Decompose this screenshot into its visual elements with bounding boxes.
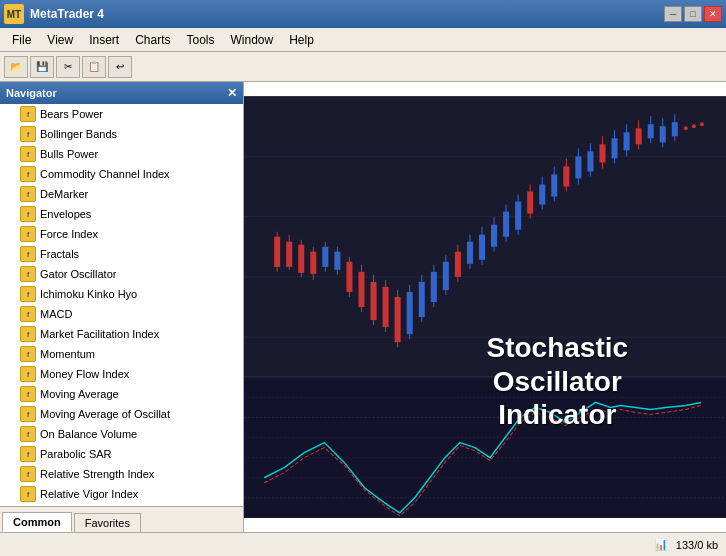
nav-item-label-3: Commodity Channel Index [40,168,170,180]
maximize-button[interactable]: □ [684,6,702,22]
app-title: MetaTrader 4 [30,7,104,21]
nav-item-8[interactable]: fGator Oscillator [0,264,243,284]
nav-item-icon-14: f [20,386,36,402]
nav-item-label-19: Relative Vigor Index [40,488,138,500]
menu-item-help[interactable]: Help [281,31,322,49]
nav-item-icon-17: f [20,446,36,462]
nav-item-13[interactable]: fMoney Flow Index [0,364,243,384]
nav-item-icon-0: f [20,106,36,122]
nav-item-4[interactable]: fDeMarker [0,184,243,204]
nav-item-14[interactable]: fMoving Average [0,384,243,404]
status-chart-icon: 📊 [654,538,668,551]
toolbar-btn-3[interactable]: ✂ [56,56,80,78]
chart-icon: 📊 [654,538,668,551]
nav-item-icon-8: f [20,266,36,282]
title-bar: MT MetaTrader 4 ─ □ ✕ [0,0,726,28]
nav-item-5[interactable]: fEnvelopes [0,204,243,224]
navigator-list[interactable]: fBears PowerfBollinger BandsfBulls Power… [0,104,243,506]
nav-item-icon-12: f [20,346,36,362]
chart-svg [244,82,726,532]
nav-item-icon-10: f [20,306,36,322]
nav-item-icon-3: f [20,166,36,182]
nav-item-10[interactable]: fMACD [0,304,243,324]
nav-item-label-0: Bears Power [40,108,103,120]
menu-item-window[interactable]: Window [223,31,282,49]
menu-item-view[interactable]: View [39,31,81,49]
close-button[interactable]: ✕ [704,6,722,22]
menu-item-charts[interactable]: Charts [127,31,178,49]
main-content: Navigator ✕ fBears PowerfBollinger Bands… [0,82,726,532]
nav-item-2[interactable]: fBulls Power [0,144,243,164]
minimize-button[interactable]: ─ [664,6,682,22]
nav-item-label-11: Market Facilitation Index [40,328,159,340]
nav-item-icon-9: f [20,286,36,302]
nav-item-label-17: Parabolic SAR [40,448,112,460]
toolbar-btn-2[interactable]: 💾 [30,56,54,78]
nav-item-0[interactable]: fBears Power [0,104,243,124]
app-icon: MT [4,4,24,24]
nav-item-17[interactable]: fParabolic SAR [0,444,243,464]
nav-item-icon-16: f [20,426,36,442]
toolbar: 📂 💾 ✂ 📋 ↩ [0,52,726,82]
menu-item-file[interactable]: File [4,31,39,49]
navigator-panel: Navigator ✕ fBears PowerfBollinger Bands… [0,82,244,532]
nav-item-icon-5: f [20,206,36,222]
nav-item-19[interactable]: fRelative Vigor Index [0,484,243,504]
nav-item-label-7: Fractals [40,248,79,260]
nav-item-11[interactable]: fMarket Facilitation Index [0,324,243,344]
nav-item-label-5: Envelopes [40,208,91,220]
navigator-close-button[interactable]: ✕ [227,86,237,100]
toolbar-btn-4[interactable]: 📋 [82,56,106,78]
nav-item-icon-7: f [20,246,36,262]
nav-item-6[interactable]: fForce Index [0,224,243,244]
nav-item-7[interactable]: fFractals [0,244,243,264]
nav-item-icon-4: f [20,186,36,202]
nav-item-icon-19: f [20,486,36,502]
nav-item-label-15: Moving Average of Oscillat [40,408,170,420]
nav-item-icon-18: f [20,466,36,482]
nav-item-label-14: Moving Average [40,388,119,400]
nav-item-label-2: Bulls Power [40,148,98,160]
menu-bar: FileViewInsertChartsToolsWindowHelp [0,28,726,52]
nav-item-label-6: Force Index [40,228,98,240]
nav-item-label-4: DeMarker [40,188,88,200]
status-bar: 📊 133/0 kb [0,532,726,556]
status-size: 133/0 kb [676,539,718,551]
window-controls: ─ □ ✕ [664,6,722,22]
svg-point-76 [700,122,704,126]
size-value: 133/0 kb [676,539,718,551]
menu-item-insert[interactable]: Insert [81,31,127,49]
nav-item-15[interactable]: fMoving Average of Oscillat [0,404,243,424]
nav-item-12[interactable]: fMomentum [0,344,243,364]
nav-item-label-12: Momentum [40,348,95,360]
nav-item-label-18: Relative Strength Index [40,468,154,480]
toolbar-btn-1[interactable]: 📂 [4,56,28,78]
nav-tab-favorites[interactable]: Favorites [74,513,141,532]
nav-item-label-10: MACD [40,308,72,320]
nav-item-label-9: Ichimoku Kinko Hyo [40,288,137,300]
nav-item-label-13: Money Flow Index [40,368,129,380]
nav-item-label-16: On Balance Volume [40,428,137,440]
nav-item-icon-15: f [20,406,36,422]
nav-item-9[interactable]: fIchimoku Kinko Hyo [0,284,243,304]
nav-item-icon-11: f [20,326,36,342]
svg-point-74 [684,126,688,130]
menu-item-tools[interactable]: Tools [179,31,223,49]
nav-item-icon-6: f [20,226,36,242]
chart-area[interactable]: Stochastic OscillatorIndicator [244,82,726,532]
nav-item-3[interactable]: fCommodity Channel Index [0,164,243,184]
svg-point-75 [692,124,696,128]
navigator-title: Navigator [6,87,57,99]
nav-item-icon-2: f [20,146,36,162]
nav-item-icon-13: f [20,366,36,382]
nav-item-18[interactable]: fRelative Strength Index [0,464,243,484]
toolbar-btn-5[interactable]: ↩ [108,56,132,78]
navigator-tabs: CommonFavorites [0,506,243,532]
nav-item-16[interactable]: fOn Balance Volume [0,424,243,444]
nav-item-1[interactable]: fBollinger Bands [0,124,243,144]
nav-item-icon-1: f [20,126,36,142]
svg-rect-78 [244,377,726,518]
nav-item-label-1: Bollinger Bands [40,128,117,140]
nav-tab-common[interactable]: Common [2,512,72,532]
navigator-header: Navigator ✕ [0,82,243,104]
